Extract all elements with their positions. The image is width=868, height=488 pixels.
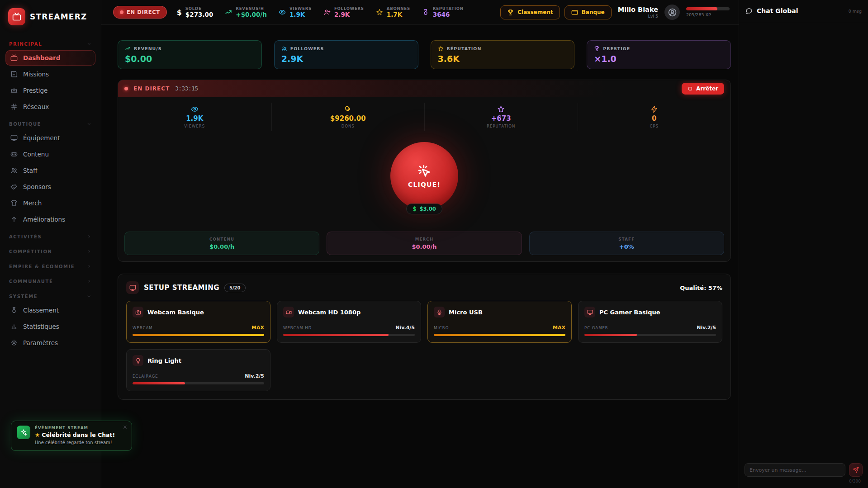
shirt-icon bbox=[10, 199, 18, 207]
live-badge-label: EN DIRECT bbox=[127, 9, 160, 15]
equipment-card-pc-gamer-basique[interactable]: PC Gamer BasiquePC GAMERNiv.2/5 bbox=[578, 301, 722, 343]
sidebar: STREAMERZ PRINCIPALDashboardMissionsPres… bbox=[0, 0, 101, 488]
star-icon bbox=[438, 46, 444, 52]
click-button-label: CLIQUE! bbox=[408, 181, 441, 188]
sidebar-item-sponsors[interactable]: Sponsors bbox=[5, 179, 95, 194]
income-card-staff: STAFF+0% bbox=[529, 232, 724, 255]
toast-close-button[interactable] bbox=[123, 425, 128, 430]
equipment-name: Ring Light bbox=[147, 357, 181, 364]
topbar: EN DIRECT $SOLDE$273.00REVENUS/H+$0.00/h… bbox=[101, 0, 739, 25]
camera-icon bbox=[135, 309, 141, 315]
sidebar-section-communaute[interactable]: COMMUNAUTÉ bbox=[5, 275, 95, 287]
sidebar-section-boutique[interactable]: BOUTIQUE bbox=[5, 117, 95, 129]
sidebar-item-classement[interactable]: Classement bbox=[5, 303, 95, 318]
stream-stat-value: 0 bbox=[652, 114, 656, 123]
stream-stat-label: CPS bbox=[650, 124, 659, 128]
equipment-card-webcam-hd-1080p[interactable]: Webcam HD 1080pWEBCAM HDNiv.4/5 bbox=[277, 301, 421, 343]
toast-body: Une célébrité regarde ton stream! bbox=[35, 440, 115, 445]
equipment-name: Webcam HD 1080p bbox=[298, 309, 360, 316]
sidebar-section-competition[interactable]: COMPÉTITION bbox=[5, 245, 95, 257]
equipment-card-webcam-basique[interactable]: Webcam BasiqueWEBCAMMAX bbox=[126, 301, 270, 343]
setup-header: SETUP STREAMING 5/20 Qualité: 57% bbox=[126, 281, 722, 294]
setup-streaming-panel: SETUP STREAMING 5/20 Qualité: 57% Webcam… bbox=[118, 274, 731, 400]
send-icon bbox=[853, 467, 859, 473]
live-stream-stats: 1.9KVIEWERS$9260.00DONS+673RÉPUTATION0CP… bbox=[118, 97, 730, 136]
sidebar-item-contenu[interactable]: Contenu bbox=[5, 147, 95, 162]
xp-bar-fill bbox=[686, 7, 717, 10]
sidebar-section-activites[interactable]: ACTIVITÉS bbox=[5, 230, 95, 242]
equipment-name: PC Gamer Basique bbox=[599, 309, 660, 316]
chevron-right-icon bbox=[86, 279, 92, 284]
stream-stat-value: $9260.00 bbox=[330, 114, 366, 123]
sidebar-section-systeme[interactable]: SYSTÈME bbox=[5, 289, 95, 302]
sidebar-item-ameliorations[interactable]: Améliorations bbox=[5, 212, 95, 227]
equipment-level: Niv.2/5 bbox=[245, 373, 264, 379]
stream-stat-value: +673 bbox=[491, 114, 511, 123]
send-message-button[interactable] bbox=[849, 463, 863, 477]
sidebar-item-label: Statistiques bbox=[23, 323, 59, 330]
users-icon bbox=[281, 46, 287, 52]
equipment-category: WEBCAM HD bbox=[283, 326, 312, 330]
equipment-category: MICRO bbox=[434, 326, 449, 330]
sidebar-item-label: Prestige bbox=[23, 87, 47, 94]
sidebar-item-label: Dashboard bbox=[23, 54, 60, 62]
coins-icon bbox=[344, 105, 352, 113]
stat-value: +$0.00/h bbox=[236, 11, 267, 18]
sidebar-item-equipement[interactable]: Équipement bbox=[5, 130, 95, 146]
sidebar-section-principal[interactable]: PRINCIPAL bbox=[5, 37, 95, 49]
user-name: Millo Blake bbox=[618, 5, 658, 14]
banque-button[interactable]: Banque bbox=[564, 5, 612, 19]
user-level: Lvl 5 bbox=[618, 14, 658, 19]
sidebar-item-staff[interactable]: Staff bbox=[5, 163, 95, 178]
chat-input[interactable] bbox=[745, 463, 845, 477]
income-label: CONTENU bbox=[209, 237, 234, 242]
equipment-card-micro-usb[interactable]: Micro USBMICROMAX bbox=[427, 301, 572, 343]
classement-button[interactable]: Classement bbox=[500, 5, 560, 19]
stat-label: ABONNES bbox=[387, 6, 410, 11]
sidebar-item-missions[interactable]: Missions bbox=[5, 66, 95, 82]
tv-logo-icon bbox=[8, 8, 25, 25]
chat-header: Chat Global 0 msg bbox=[739, 0, 868, 22]
income-value: $0.00/h bbox=[209, 243, 234, 250]
click-button[interactable]: CLIQUE! bbox=[390, 142, 458, 210]
sidebar-section-empire-economie[interactable]: EMPIRE & ÉCONOMIE bbox=[5, 260, 95, 272]
gear-icon bbox=[10, 339, 18, 346]
trending-up-icon bbox=[225, 9, 232, 16]
section-label: BOUTIQUE bbox=[9, 122, 41, 127]
user-plus-icon bbox=[323, 9, 331, 16]
xp-block: 205/285 XP bbox=[686, 7, 730, 17]
header-stat-reputation: REPUTATION3646 bbox=[422, 6, 464, 18]
stop-stream-button[interactable]: Arrêter bbox=[682, 83, 724, 95]
medal-icon bbox=[422, 9, 429, 16]
bulb-icon bbox=[135, 358, 141, 364]
toast-kicker: ÉVÉNEMENT STREAM bbox=[35, 426, 115, 430]
income-label: STAFF bbox=[618, 237, 635, 242]
stream-stat-value: 1.9K bbox=[186, 114, 203, 123]
sidebar-item-parametres[interactable]: Paramètres bbox=[5, 335, 95, 351]
live-dot-icon bbox=[120, 10, 123, 14]
sidebar-item-prestige[interactable]: Prestige bbox=[5, 83, 95, 98]
monitor-icon bbox=[126, 281, 139, 294]
equipment-level: Niv.2/5 bbox=[697, 325, 716, 331]
sidebar-nav: PRINCIPALDashboardMissionsPrestigeRéseau… bbox=[5, 37, 95, 351]
avatar[interactable] bbox=[664, 5, 680, 20]
sidebar-item-statistiques[interactable]: Statistiques bbox=[5, 319, 95, 334]
equipment-category: PC GAMER bbox=[584, 326, 608, 330]
sidebar-item-merch[interactable]: Merch bbox=[5, 195, 95, 211]
trophy-icon bbox=[507, 9, 514, 16]
equipment-card-ring-light[interactable]: Ring LightÉCLAIRAGENiv.2/5 bbox=[126, 349, 270, 391]
bar-chart-icon bbox=[10, 323, 18, 330]
handshake-icon bbox=[10, 183, 18, 190]
card-label: RÉPUTATION bbox=[447, 46, 482, 51]
button-label: Classement bbox=[517, 9, 553, 15]
equipment-progress-fill bbox=[283, 334, 389, 336]
gamepad-icon bbox=[10, 151, 18, 158]
crown-icon bbox=[10, 87, 18, 94]
chevron-right-icon bbox=[86, 234, 92, 239]
sidebar-item-dashboard[interactable]: Dashboard bbox=[5, 50, 95, 66]
sidebar-item-label: Équipement bbox=[23, 134, 60, 142]
sidebar-item-reseaux[interactable]: Réseaux bbox=[5, 99, 95, 114]
equipment-progress-bar bbox=[133, 334, 264, 336]
income-card-merch: MERCH$0.00/h bbox=[327, 232, 522, 255]
overview-card-prestige: PRESTIGE×1.0 bbox=[587, 40, 731, 69]
